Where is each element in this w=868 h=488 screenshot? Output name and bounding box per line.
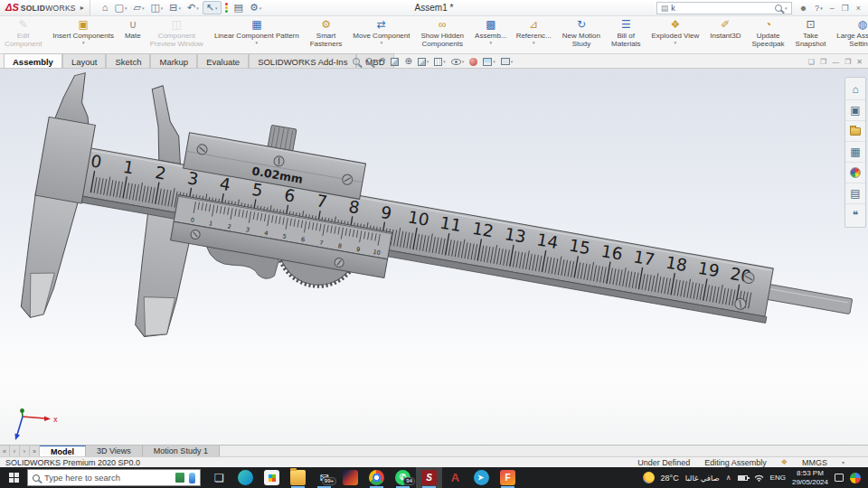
exploded-view-button[interactable]: ❖Exploded View▾ [646,16,703,53]
dynamic-annotation-views-icon[interactable]: ⊕ [402,57,413,66]
weather-icon[interactable] [643,472,655,483]
sheet-tab-3d-views[interactable]: 3D Views [86,446,143,456]
select-icon[interactable]: ↖▾ [203,1,222,14]
settings-icon[interactable]: ⚙▾ [247,1,264,14]
rebuild-icon[interactable] [222,1,231,14]
solidworks-taskbar-button[interactable]: S [416,467,442,488]
take-snapshot-button[interactable]: ⊡TakeSnapshot [791,16,831,53]
close-button[interactable]: × [854,4,863,13]
logo-expand-arrow[interactable]: ▸ [80,4,84,12]
new-motion-study-button[interactable]: ↻New MotionStudy [558,16,605,53]
assembly-features-button[interactable]: ▩Assemb...▾ [470,16,512,53]
tray-color-app-icon[interactable] [850,473,861,483]
task-view-taskbar-button[interactable]: ❏ [206,467,232,488]
view-orientation-icon[interactable]: ▾ [416,58,431,66]
edge-taskbar-button[interactable] [232,467,259,488]
instant3d-button[interactable]: ✐Instant3D [705,16,745,53]
matlab-taskbar-button[interactable] [337,467,363,488]
view-settings-icon[interactable]: ▾ [499,58,515,65]
large-assembly-settings-button[interactable]: ◍Large AssemblySettings [832,16,868,53]
battery-icon[interactable] [738,475,748,481]
open-icon[interactable]: ▱▾ [130,1,146,14]
model-view[interactable]: 01234567891011121314151617181920 0123456… [0,69,868,445]
tab-sketch[interactable]: Sketch [106,53,150,68]
sheet-nav-3[interactable]: » [30,446,40,456]
mate-button[interactable]: ∪Mate [120,16,146,53]
search-scope-icon[interactable]: ▤ [661,4,669,13]
options-icon[interactable]: ▤ [231,1,246,14]
autocad-taskbar-button[interactable]: A [442,467,468,488]
clock[interactable]: 8:53 PM 29/05/2024 [792,469,828,485]
tab-solidworks-add-ins[interactable]: SOLIDWORKS Add-Ins [249,53,356,68]
user-icon[interactable]: ☻ [797,4,810,13]
reference-geometry-button[interactable]: ⊿Referenc...▾ [512,16,556,53]
telegram-taskbar-button[interactable]: ➤ [468,467,495,488]
hide-show-items-icon[interactable]: ▾ [449,59,467,65]
home-icon[interactable]: ⌂ [99,1,111,14]
sheet-nav-1[interactable]: ‹ [10,446,20,456]
chrome-taskbar-button[interactable] [363,467,390,488]
appearances-scenes-button[interactable] [845,163,865,183]
sheet-tab-motion-study-1[interactable]: Motion Study 1 [143,446,220,456]
start-button[interactable] [0,467,27,488]
whatsapp-taskbar-button[interactable]: ✆94 [390,467,416,488]
units-selector[interactable]: MMGS [802,458,827,467]
display-style-icon[interactable]: ▾ [432,58,448,66]
search-input[interactable]: ▤ k ▾ [656,2,792,14]
temperature[interactable]: 28°C [661,474,679,483]
doc-minimize-button[interactable]: — [832,58,839,66]
doc-close-button[interactable]: ✕ [856,58,863,66]
previous-view-icon[interactable]: ↶ [376,57,387,66]
f-app-taskbar-button[interactable]: F [495,467,521,488]
hidden-icons-chevron[interactable]: ∧ [726,474,731,482]
sheet-nav-2[interactable]: › [20,446,30,456]
edit-appearance-icon[interactable] [467,58,479,66]
tab-markup[interactable]: Markup [150,53,197,68]
wifi-icon[interactable] [754,474,764,482]
undo-icon[interactable]: ↶▾ [184,1,202,14]
help-button[interactable]: ?▾ [812,4,826,13]
taskbar-search-input[interactable]: Type here to search [27,469,201,486]
design-library-button[interactable]: ▣ [845,100,865,121]
solidworks-forum-button[interactable]: ❝ [845,204,865,225]
weather-text[interactable]: صافي غالبا [685,474,720,483]
zoom-to-area-icon[interactable] [363,58,374,65]
restore-button[interactable]: ❐ [839,4,852,13]
print-icon[interactable]: ⊟▾ [166,1,184,14]
graphics-area[interactable]: 01234567891011121314151617181920 0123456… [0,69,868,445]
file-explorer-taskbar-button[interactable] [285,467,311,488]
new-document-icon[interactable]: ▢▾ [112,1,130,14]
pane-left-icon[interactable]: ❏ [808,58,815,66]
bill-of-materials-button[interactable]: ☰Bill ofMaterials [607,16,645,53]
custom-properties-button[interactable]: ▤ [845,183,865,204]
search-icon[interactable] [775,5,782,12]
section-view-icon[interactable] [389,58,401,66]
sheet-nav-0[interactable]: « [0,446,10,456]
move-component-button[interactable]: ⇄Move Component▾ [348,16,414,53]
notification-center-icon[interactable] [835,474,844,482]
smart-fasteners-button[interactable]: ⚙SmartFasteners [306,16,347,53]
tab-evaluate[interactable]: Evaluate [197,53,249,68]
file-explorer-button[interactable] [845,121,865,142]
tab-layout[interactable]: Layout [62,53,107,68]
solidworks-resources-button[interactable]: ⌂ [845,80,865,100]
zoom-to-fit-icon[interactable] [351,58,362,65]
linear-component-pattern-button[interactable]: ▦Linear Component Pattern▾ [210,16,304,53]
mail-taskbar-button[interactable]: ✉99+ [311,467,337,488]
apply-scene-icon[interactable]: ▾ [481,58,497,66]
tab-assembly[interactable]: Assembly [4,53,62,68]
update-speedpak-button[interactable]: ◔UpdateSpeedpak [748,16,789,53]
component-preview-window-icon: ◫ [172,19,182,32]
insert-components-button[interactable]: ▣Insert Components▾ [48,16,118,53]
solidworks-logo[interactable]: ΔS SOLIDWORKS ▸ [0,0,90,15]
save-icon[interactable]: ◫▾ [147,1,165,14]
show-hidden-components-button[interactable]: ∞Show HiddenComponents [416,16,468,53]
minimize-button[interactable]: – [827,4,837,13]
units-caret-icon[interactable]: ▾ [842,459,844,465]
sheet-tab-model[interactable]: Model [40,446,86,456]
language-indicator[interactable]: ENG [770,474,786,482]
doc-restore-button[interactable]: ❐ [844,58,851,66]
store-taskbar-button[interactable] [259,467,285,488]
view-palette-button[interactable]: ▦ [845,142,865,163]
pane-right-icon[interactable]: ❐ [820,58,826,66]
